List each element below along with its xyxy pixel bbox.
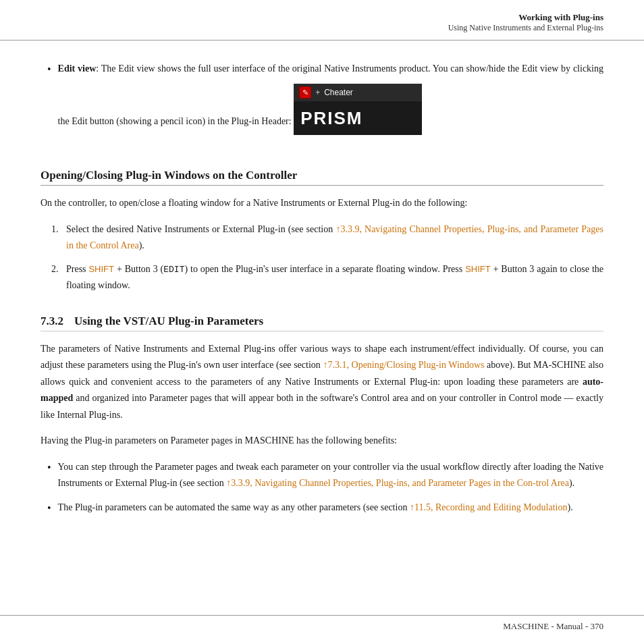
plugin-header-bar: ✎ + Cheater: [294, 84, 422, 101]
edit-view-bullet: • Edit view: The Edit view shows the ful…: [41, 61, 603, 149]
main-content: • Edit view: The Edit view shows the ful…: [0, 41, 644, 552]
para1-link[interactable]: ↑7.3.1, Opening/Closing Plug-in Windows: [323, 360, 484, 370]
ordered-list: Select the desired Native Instruments or…: [61, 221, 603, 294]
benefit-bullet-1: • You can step through the Parameter pag…: [41, 459, 603, 491]
plugin-body-text: PRISM: [300, 103, 363, 133]
plugin-plus: +: [315, 86, 320, 99]
step2-mid: + Button 3 (: [114, 264, 163, 274]
header-title: Working with Plug-ins: [41, 12, 603, 23]
bullet2-pre: The Plug-in parameters can be automated …: [58, 502, 410, 512]
section2-para1: The parameters of Native Instruments and…: [41, 341, 603, 424]
step1-end: ).: [139, 240, 144, 250]
shift-label-1: SHIFT: [88, 264, 114, 274]
step2-mid2: ) to open the Plug-in's user interface i…: [184, 264, 465, 274]
plugin-body: PRISM: [294, 101, 422, 135]
page-header: Working with Plug-ins Using Native Instr…: [0, 0, 644, 41]
page-container: Working with Plug-ins Using Native Instr…: [0, 0, 644, 644]
section2-title: Using the VST/AU Plug-in Parameters: [74, 315, 263, 328]
step-1: Select the desired Native Instruments or…: [61, 221, 603, 254]
step-2: Press SHIFT + Button 3 (EDIT) to open th…: [61, 261, 603, 294]
step2-pre: Press: [66, 264, 88, 274]
benefit1-text: You can step through the Parameter pages…: [58, 459, 603, 491]
plugin-name: Cheater: [324, 86, 353, 99]
section1-intro: On the controller, to open/close a float…: [41, 195, 603, 212]
pencil-icon: ✎: [299, 86, 311, 99]
benefit-bullet-2: • The Plug-in parameters can be automate…: [41, 500, 603, 517]
plugin-image: ✎ + Cheater PRISM: [294, 84, 422, 135]
edit-view-text: Edit view: The Edit view shows the full …: [58, 61, 603, 149]
section2-heading: 7.3.2 Using the VST/AU Plug-in Parameter…: [41, 315, 603, 331]
bullet-dot-3: •: [47, 500, 51, 517]
step1-pre: Select the desired Native Instruments or…: [66, 224, 336, 234]
section2-number: 7.3.2: [41, 315, 63, 328]
bullet-dot: •: [47, 61, 51, 149]
section1-heading: Opening/Closing Plug-in Windows on the C…: [41, 169, 603, 186]
header-subtitle: Using Native Instruments and External Pl…: [41, 23, 603, 33]
bullet1-end: ).: [569, 478, 574, 488]
edit-view-label: Edit view: [58, 63, 97, 74]
shift-label-2: SHIFT: [465, 264, 491, 274]
footer-text: MASCHINE - Manual - 370: [503, 621, 603, 632]
bullet1-link[interactable]: ↑3.3.9, Navigating Channel Properties, P…: [226, 478, 569, 488]
section2-para2: Having the Plug-in parameters on Paramet…: [41, 433, 603, 450]
edit-code: EDIT: [163, 265, 184, 275]
para1-end: and organized into Parameter pages that …: [41, 393, 603, 420]
page-footer: MASCHINE - Manual - 370: [0, 615, 644, 632]
bullet-dot-2: •: [47, 459, 51, 491]
benefit2-text: The Plug-in parameters can be automated …: [58, 500, 573, 517]
bullet2-end: ).: [567, 502, 572, 512]
bullet2-link[interactable]: ↑11.5, Recording and Editing Modulation: [410, 502, 568, 512]
